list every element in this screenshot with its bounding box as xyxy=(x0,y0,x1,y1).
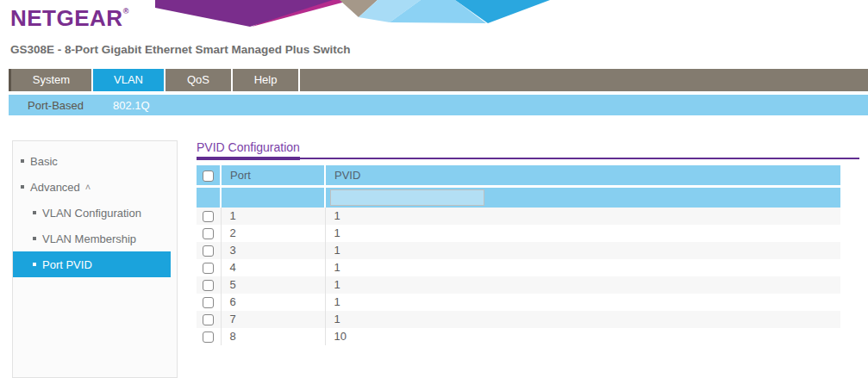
sidebar-item-vlan-membership[interactable]: VLAN Membership xyxy=(13,226,171,251)
row-checkbox[interactable] xyxy=(203,332,214,343)
bullet-icon xyxy=(21,185,24,189)
main-nav: System VLAN QoS Help xyxy=(9,69,868,91)
pvid-cell: 1 xyxy=(325,225,840,242)
sidebar-item-port-pvid[interactable]: Port PVID xyxy=(13,251,171,277)
row-checkbox[interactable] xyxy=(203,314,214,325)
pvid-cell: 1 xyxy=(325,208,840,225)
port-cell: 6 xyxy=(221,294,325,311)
pvid-filter-input[interactable] xyxy=(330,189,484,206)
pvid-cell: 1 xyxy=(325,242,840,259)
registered-mark: ® xyxy=(123,7,129,15)
table-header-row: Port PVID xyxy=(197,165,840,186)
netgear-logo: NETGEAR® xyxy=(10,5,129,32)
bullet-icon xyxy=(21,159,24,163)
table-row: 5 1 xyxy=(197,276,840,294)
main-panel: PVID Configuration Port PVID 1 xyxy=(197,140,859,345)
sub-nav: Port-Based 802.1Q xyxy=(9,95,868,115)
port-cell: 8 xyxy=(221,328,325,345)
table-row: 7 1 xyxy=(197,311,840,328)
table-row: 6 1 xyxy=(197,294,840,311)
table-row: 2 1 xyxy=(197,225,840,242)
port-cell: 4 xyxy=(221,259,325,276)
collapse-caret-icon: ˄ xyxy=(85,182,91,192)
row-checkbox[interactable] xyxy=(203,245,214,257)
port-cell: 1 xyxy=(221,208,325,225)
port-cell: 7 xyxy=(221,311,325,328)
row-checkbox[interactable] xyxy=(203,211,214,222)
sidebar: Basic Advanced ˄ VLAN Configuration VLAN… xyxy=(12,140,178,378)
sidebar-item-vlan-configuration[interactable]: VLAN Configuration xyxy=(13,200,171,226)
pvid-cell: 1 xyxy=(325,311,840,328)
pvid-cell: 1 xyxy=(325,276,840,294)
sidebar-item-basic[interactable]: Basic xyxy=(13,148,171,174)
table-filter-row xyxy=(197,186,840,208)
content-area: Basic Advanced ˄ VLAN Configuration VLAN… xyxy=(0,140,868,378)
column-header-port: Port xyxy=(221,165,325,186)
table-row: 3 1 xyxy=(197,242,840,259)
row-checkbox[interactable] xyxy=(203,297,214,308)
row-checkbox[interactable] xyxy=(203,228,214,239)
page-header: NETGEAR® GS308E - 8-Port Gigabit Etherne… xyxy=(0,0,868,69)
section-header: PVID Configuration xyxy=(197,140,859,159)
row-checkbox[interactable] xyxy=(203,263,214,274)
page-title: PVID Configuration xyxy=(197,140,300,160)
sidebar-item-advanced[interactable]: Advanced ˄ xyxy=(13,174,171,200)
subnav-item-802-1q[interactable]: 802.1Q xyxy=(113,99,150,112)
bullet-icon xyxy=(33,211,36,214)
device-title: GS308E - 8-Port Gigabit Ethernet Smart M… xyxy=(10,43,351,56)
pvid-cell: 10 xyxy=(325,328,840,345)
table-row: 1 1 xyxy=(197,208,840,225)
tab-system[interactable]: System xyxy=(11,69,93,91)
pvid-cell: 1 xyxy=(325,294,840,311)
tab-qos[interactable]: QoS xyxy=(165,69,233,91)
select-all-checkbox[interactable] xyxy=(203,170,214,182)
subnav-item-port-based[interactable]: Port-Based xyxy=(28,99,84,112)
pvid-cell: 1 xyxy=(325,259,840,276)
port-cell: 2 xyxy=(221,225,325,242)
row-checkbox[interactable] xyxy=(203,280,214,291)
header-banner-graphic xyxy=(155,0,552,28)
pvid-table: Port PVID 1 1 2 1 xyxy=(197,165,840,345)
bullet-icon xyxy=(33,263,36,266)
table-row: 8 10 xyxy=(197,328,840,345)
port-cell: 3 xyxy=(221,242,325,259)
column-header-pvid: PVID xyxy=(325,165,840,186)
bullet-icon xyxy=(33,237,36,240)
port-cell: 5 xyxy=(221,276,325,294)
table-row: 4 1 xyxy=(197,259,840,276)
tab-vlan[interactable]: VLAN xyxy=(93,69,165,91)
tab-help[interactable]: Help xyxy=(233,69,300,91)
